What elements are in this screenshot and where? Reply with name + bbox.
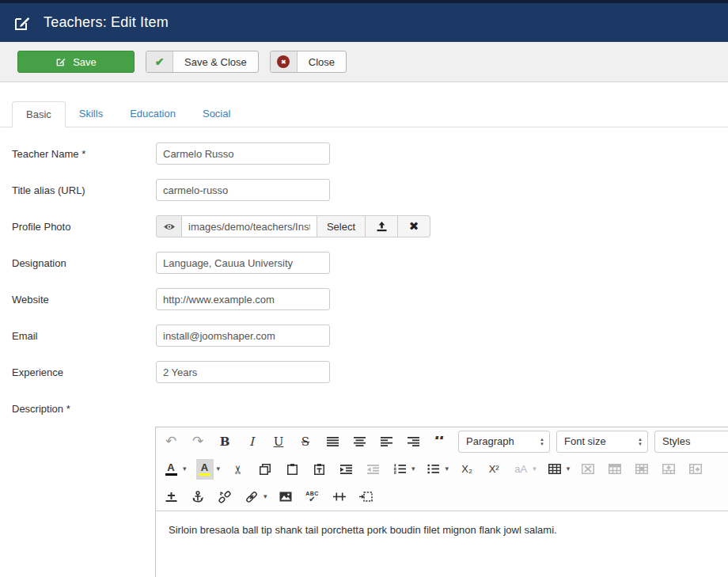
chevron-down-icon[interactable]: ▾ [533, 465, 537, 473]
anchor-icon[interactable] [189, 487, 207, 507]
eye-icon [156, 215, 182, 237]
paste-text-icon[interactable] [310, 459, 328, 480]
designation-input[interactable] [156, 252, 330, 274]
forecolor-unit[interactable]: A ▾ [162, 459, 187, 480]
subscript-icon[interactable]: X₂ [458, 459, 476, 480]
experience-label: Experience [12, 366, 156, 378]
teacher-name-input[interactable] [156, 142, 330, 165]
table-row-props-icon[interactable] [606, 459, 624, 480]
upload-photo-icon[interactable] [365, 215, 398, 237]
undo-icon[interactable]: ↶ [162, 431, 180, 452]
email-input[interactable] [156, 325, 330, 347]
align-justify-icon[interactable] [324, 431, 341, 452]
delete-table-icon[interactable] [579, 459, 597, 480]
bold-icon[interactable]: B [216, 431, 233, 452]
page-break-icon[interactable] [358, 487, 375, 507]
select-photo-button[interactable]: Select [317, 215, 366, 237]
table-cell-props-icon[interactable] [633, 459, 650, 480]
toolbar: Save ✔ Save & Close ✖ Close [0, 42, 728, 82]
select-arrows-icon: ▲▼ [638, 437, 643, 446]
ordered-list-icon[interactable] [391, 459, 408, 480]
edit-form: Teacher Name * Title alias (URL) Profile… [0, 127, 728, 419]
select-arrows-icon: ▲▼ [540, 437, 544, 446]
chevron-down-icon[interactable]: ▾ [183, 465, 187, 473]
save-button[interactable]: Save [17, 51, 135, 73]
blockquote-icon[interactable]: “ [431, 436, 449, 447]
website-input[interactable] [156, 288, 330, 310]
website-label: Website [12, 294, 156, 306]
styles-select[interactable]: Styles ▲▼ [654, 431, 728, 453]
fontscale-unit[interactable]: aA ▾ [512, 459, 537, 480]
underline-icon[interactable]: U [270, 431, 287, 452]
link-unit[interactable]: ▾ [243, 487, 267, 507]
align-left-icon[interactable] [377, 431, 395, 452]
chevron-down-icon[interactable]: ▾ [446, 465, 449, 473]
profile-photo-label: Profile Photo [12, 221, 156, 233]
teacher-name-label: Teacher Name * [12, 148, 156, 160]
fontsize-select[interactable]: Font size ▲▼ [556, 431, 648, 453]
strikethrough-icon[interactable]: S [297, 431, 314, 452]
fontscale-icon[interactable]: aA [512, 459, 529, 480]
upload-icon[interactable] [162, 487, 180, 507]
page: Teachers: Edit Item Save ✔ Save & Close … [0, 0, 728, 577]
chevron-down-icon[interactable]: ▾ [567, 465, 571, 473]
designation-label: Designation [12, 257, 156, 269]
clear-photo-icon[interactable]: ✖ [397, 215, 430, 237]
close-button[interactable]: ✖ Close [270, 51, 347, 73]
image-icon[interactable] [277, 487, 294, 507]
app-header: Teachers: Edit Item [0, 3, 728, 42]
email-label: Email [12, 330, 156, 342]
spellcheck-icon[interactable]: ABC✔ [304, 487, 321, 507]
editor-paragraph[interactable]: Sirloin bresaola ball tip shank tail por… [169, 524, 728, 536]
description-row: Description * [12, 397, 728, 419]
format-select-value: Paragraph [466, 435, 514, 447]
experience-input[interactable] [156, 361, 330, 383]
link-icon[interactable] [243, 487, 260, 507]
save-button-label: Save [73, 56, 97, 68]
bullet-list-unit[interactable]: ▾ [425, 459, 449, 480]
teacher-name-row: Teacher Name * [12, 142, 728, 165]
chevron-down-icon[interactable]: ▾ [411, 465, 415, 473]
description-label: Description * [12, 403, 156, 415]
table-icon[interactable] [546, 459, 563, 480]
copy-icon[interactable] [256, 459, 274, 480]
editor-content[interactable]: Sirloin bresaola ball tip shank tail por… [156, 511, 728, 577]
save-close-button-label: Save & Close [173, 56, 258, 68]
profile-photo-input[interactable] [181, 215, 317, 237]
editor-toolbar-row3: ▾ ABC✔ [156, 483, 728, 511]
insert-row-icon[interactable] [660, 459, 677, 480]
bullet-list-icon[interactable] [425, 459, 442, 480]
table-unit[interactable]: ▾ [546, 459, 571, 480]
tab-skills[interactable]: Skills [66, 101, 116, 127]
cut-icon[interactable]: ✂ [229, 459, 247, 480]
title-alias-row: Title alias (URL) [12, 179, 728, 201]
superscript-icon[interactable]: X² [485, 459, 502, 480]
chevron-down-icon[interactable]: ▾ [217, 465, 221, 473]
website-row: Website [12, 288, 728, 310]
title-alias-label: Title alias (URL) [12, 184, 156, 196]
unlink-icon[interactable] [216, 487, 233, 507]
save-close-button[interactable]: ✔ Save & Close [146, 51, 259, 73]
backcolor-icon[interactable]: A [196, 459, 214, 480]
tab-education[interactable]: Education [116, 101, 189, 127]
backcolor-unit[interactable]: A ▾ [196, 459, 221, 480]
insert-col-icon[interactable] [687, 459, 704, 480]
chevron-down-icon[interactable]: ▾ [264, 493, 267, 500]
experience-row: Experience [12, 361, 728, 383]
ordered-list-unit[interactable]: ▾ [391, 459, 415, 480]
horizontal-rule-icon[interactable] [331, 487, 348, 507]
redo-icon[interactable]: ↷ [189, 431, 207, 452]
format-select[interactable]: Paragraph ▲▼ [458, 431, 550, 453]
tab-social[interactable]: Social [189, 101, 244, 127]
outdent-icon[interactable] [364, 459, 381, 480]
align-right-icon[interactable] [404, 431, 422, 452]
title-alias-input[interactable] [156, 179, 330, 201]
close-button-label: Close [298, 56, 346, 68]
tab-basic[interactable]: Basic [12, 101, 66, 127]
email-row: Email [12, 325, 728, 347]
italic-icon[interactable]: I [243, 431, 260, 452]
paste-icon[interactable] [283, 459, 301, 480]
forecolor-icon[interactable]: A [162, 459, 180, 480]
align-center-icon[interactable] [351, 431, 368, 452]
indent-icon[interactable] [337, 459, 355, 480]
